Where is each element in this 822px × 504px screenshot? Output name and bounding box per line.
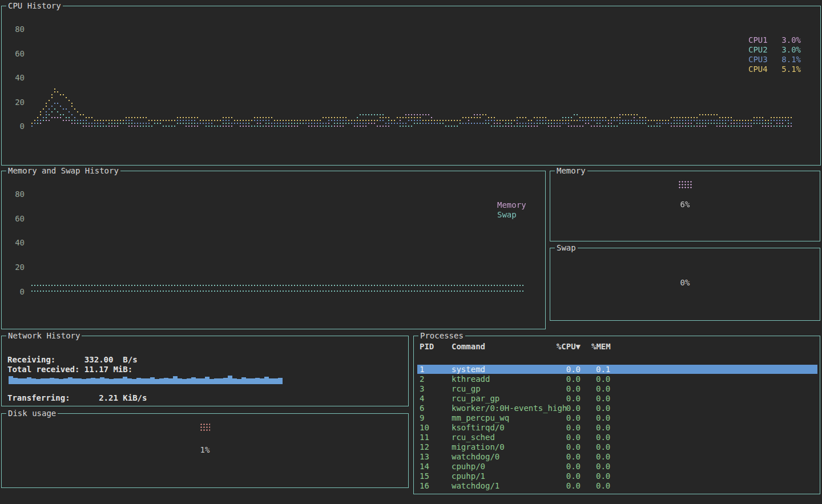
process-command: watchdog/0	[452, 452, 499, 461]
process-row-mm_percpu_wq[interactable]: 9mm_percpu_wq0.00.0	[417, 413, 817, 422]
process-cpu-percent: 0.0	[545, 404, 581, 413]
process-command: kthreadd	[452, 374, 490, 384]
process-mem-percent: 0.0	[596, 413, 610, 422]
legend-value: 5.1%	[781, 64, 801, 74]
process-row-systemd[interactable]: 1systemd0.00.1	[417, 365, 817, 374]
process-mem-percent: 0.0	[596, 394, 610, 403]
memory-gauge-value: 6%	[550, 200, 820, 209]
process-mem-percent: 0.1	[596, 365, 610, 374]
legend-item-cpu2: CPU23.0%	[748, 45, 801, 55]
disk-usage-title: Disk usage	[6, 409, 58, 418]
process-cpu-percent: 0.0	[545, 471, 581, 481]
network-receive-chart	[6, 368, 292, 385]
process-command: rcu_gp	[452, 384, 481, 393]
process-pid: 6	[420, 404, 424, 413]
process-cpu-percent: 0.0	[545, 452, 581, 461]
process-row-ksoftirqd/0[interactable]: 10ksoftirqd/00.00.0	[417, 423, 817, 432]
network-transferring-line: Transferring: 2.21 KiB/s	[7, 393, 147, 403]
y-axis-tick: 20	[9, 263, 25, 272]
process-pid: 13	[420, 452, 429, 461]
process-pid: 9	[420, 413, 424, 422]
y-axis-tick: 20	[9, 98, 25, 107]
process-cpu-percent: 0.0	[545, 374, 581, 384]
legend-item-cpu4: CPU45.1%	[748, 64, 801, 74]
process-row-cpuhp/0[interactable]: 14cpuhp/00.00.0	[417, 462, 817, 471]
system-monitor-app: { "colors": { "background": "#262626", "…	[0, 0, 822, 504]
network-history-panel: Network History Receiving: 332.00 B/s To…	[1, 336, 409, 406]
process-mem-percent: 0.0	[596, 442, 610, 451]
process-row-cpuhp/1[interactable]: 15cpuhp/10.00.0	[417, 471, 817, 481]
legend-item-swap: Swap	[497, 210, 550, 220]
memory-swap-history-title: Memory and Swap History	[6, 166, 120, 176]
legend-value: 3.0%	[781, 45, 801, 55]
process-cpu-percent: 0.0	[545, 481, 581, 490]
process-cpu-percent: 0.0	[545, 413, 581, 422]
y-axis-tick: 80	[9, 189, 25, 199]
process-pid: 16	[420, 481, 429, 490]
disk-gauge-icon	[200, 423, 210, 431]
y-axis-tick: 0	[9, 287, 25, 297]
process-mem-percent: 0.0	[596, 481, 610, 490]
cpu-legend: CPU13.0%CPU23.0%CPU38.1%CPU45.1%	[748, 35, 801, 74]
process-pid: 1	[420, 365, 424, 374]
process-pid: 4	[420, 394, 424, 403]
process-mem-percent: 0.0	[596, 433, 610, 442]
legend-item-cpu3: CPU38.1%	[748, 55, 801, 64]
process-cpu-percent: 0.0	[545, 462, 581, 471]
legend-label: Swap	[497, 210, 517, 220]
process-row-migration/0[interactable]: 12migration/00.00.0	[417, 442, 817, 451]
y-axis-tick: 40	[9, 238, 25, 248]
legend-label: CPU2	[748, 45, 768, 55]
swap-gauge-value: 0%	[550, 278, 820, 288]
process-row-watchdog/0[interactable]: 13watchdog/00.00.0	[417, 452, 817, 461]
process-row-watchdog/1[interactable]: 16watchdog/10.00.0	[417, 481, 817, 490]
y-axis-tick: 40	[9, 73, 25, 83]
disk-gauge-value: 1%	[2, 445, 408, 455]
cpu-history-title: CPU History	[6, 1, 63, 11]
process-pid: 15	[420, 471, 429, 481]
process-command: migration/0	[452, 442, 505, 451]
process-mem-percent: 0.0	[596, 374, 610, 384]
process-command: mm_percpu_wq	[452, 413, 509, 422]
memory-swap-history-chart	[27, 179, 529, 316]
disk-usage-panel: Disk usage 1%	[1, 413, 409, 488]
y-axis-tick: 60	[9, 214, 25, 224]
memory-gauge-icon	[678, 180, 692, 188]
y-axis-tick: 60	[9, 49, 25, 59]
process-mem-percent: 0.0	[596, 423, 610, 432]
network-receiving-line: Receiving: 332.00 B/s	[7, 355, 138, 365]
legend-value: 3.0%	[781, 35, 801, 45]
process-command: cpuhp/1	[452, 471, 485, 481]
memory-swap-legend: MemorySwap	[497, 200, 550, 220]
process-cpu-percent: 0.0	[545, 394, 581, 403]
process-row-rcu_par_gp[interactable]: 4rcu_par_gp0.00.0	[417, 394, 817, 403]
process-row-rcu_sched[interactable]: 11rcu_sched0.00.0	[417, 433, 817, 442]
processes-panel: Processes PIDCommand%CPU▼%MEM 1systemd0.…	[413, 336, 820, 494]
process-pid: 3	[420, 384, 424, 393]
legend-label: CPU4	[748, 64, 768, 74]
process-mem-percent: 0.0	[596, 471, 610, 481]
legend-value: 8.1%	[781, 55, 801, 64]
process-command: rcu_sched	[452, 433, 495, 442]
process-pid: 12	[420, 442, 429, 451]
process-row-kthreadd[interactable]: 2kthreadd0.00.0	[417, 374, 817, 384]
process-cpu-percent: 0.0	[545, 423, 581, 432]
process-cpu-percent: 0.0	[545, 384, 581, 393]
process-row-rcu_gp[interactable]: 3rcu_gp0.00.0	[417, 384, 817, 393]
process-cpu-percent: 0.0	[545, 442, 581, 451]
legend-item-cpu1: CPU13.0%	[748, 35, 801, 45]
process-cpu-percent: 0.0	[545, 365, 581, 374]
processes-table: 1systemd0.00.12kthreadd0.00.03rcu_gp0.00…	[414, 336, 820, 494]
process-row-kworker/0:0H-events_high[interactable]: 6kworker/0:0H-events_high0.00.0	[417, 404, 817, 413]
process-pid: 11	[420, 433, 429, 442]
process-command: cpuhp/0	[452, 462, 485, 471]
process-mem-percent: 0.0	[596, 462, 610, 471]
process-pid: 14	[420, 462, 429, 471]
process-command: systemd	[452, 365, 485, 374]
memory-swap-history-panel: Memory and Swap History 806040200 Memory…	[1, 171, 546, 329]
memory-gauge-panel: Memory 6%	[550, 171, 820, 241]
process-pid: 10	[420, 423, 429, 432]
legend-item-memory: Memory	[497, 200, 550, 210]
swap-gauge-panel: Swap 0%	[550, 248, 820, 321]
process-command: rcu_par_gp	[452, 394, 499, 403]
